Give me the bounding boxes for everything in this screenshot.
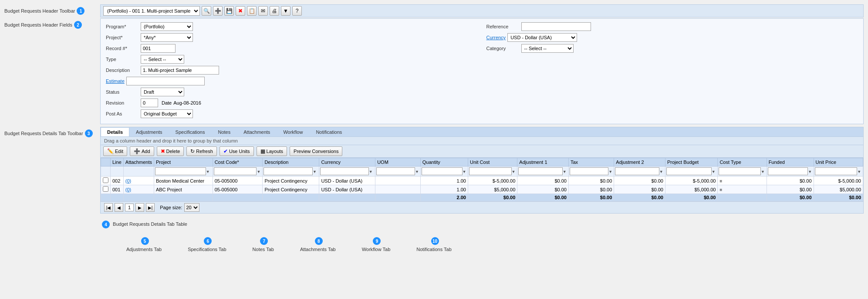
save-button[interactable]: 💾 [224,6,234,16]
tab-adjustments[interactable]: Adjustments [129,127,169,136]
current-page: 1 [125,204,134,211]
filter-currency-btn[interactable]: ▼ [369,170,373,174]
prev-page-button[interactable]: ◀ [115,203,123,212]
print-button[interactable]: 🖨 [270,6,279,16]
filter-currency[interactable] [320,167,368,175]
tab-notifications[interactable]: Notifications [309,127,348,136]
filter-cost-type[interactable] [719,167,760,175]
filter-project[interactable] [155,167,206,175]
col-cost-code: Cost Code* [213,158,263,166]
filter-unit-cost[interactable] [469,167,512,175]
cell-cost-type: ≡ [718,185,767,194]
next-page-button[interactable]: ▶ [135,203,144,212]
tab-notes[interactable]: Notes [211,127,237,136]
badge-8: 8 [315,237,323,245]
post-as-select[interactable]: Original Budget [141,109,193,118]
filter-tax-btn[interactable]: ▼ [608,170,612,174]
filter-description[interactable] [263,167,313,175]
description-input[interactable] [141,66,219,75]
program-select[interactable]: (Portfolio) [141,22,193,31]
edit-button[interactable]: ✏️ Edit [103,146,127,156]
filter-cost-type-btn[interactable]: ▼ [761,170,765,174]
cell-line: 001 [111,185,124,194]
filter-uom-btn[interactable]: ▼ [415,170,419,174]
date-value: Aug-08-2016 [173,100,201,105]
delete-button[interactable]: ✖ [236,6,245,16]
filter-funded[interactable] [768,167,808,175]
filter-adj2-btn[interactable]: ▼ [659,170,663,174]
badge-6: 6 [204,237,212,245]
add-button[interactable]: ➕ [213,6,223,16]
tab-attachments[interactable]: Attachments [237,127,277,136]
filter-adjustment2[interactable] [615,167,659,175]
attachments-link[interactable]: (0) [125,187,131,192]
preview-conversions-button[interactable]: Preview Conversions [290,146,342,156]
estimate-input[interactable] [126,77,205,85]
table-annotation-label: Budget Requests Details Tab Table [113,221,187,227]
record-input[interactable] [141,44,176,53]
col-check [101,158,111,166]
first-page-button[interactable]: |◀ [104,203,113,212]
category-select[interactable]: -- Select -- [521,44,574,53]
edit-label: Edit [115,149,123,154]
reference-input[interactable] [521,22,591,31]
last-page-button[interactable]: ▶| [146,203,155,212]
add-detail-button[interactable]: ➕ Add [130,146,154,156]
filter-uom[interactable] [376,167,415,175]
type-select[interactable]: -- Select -- [141,55,184,64]
row-checkbox[interactable] [103,186,108,192]
filter-quantity-btn[interactable]: ▼ [463,170,466,174]
use-units-button[interactable]: ✔ Use Units [220,146,254,156]
revision-input[interactable] [141,99,158,107]
page-size-select[interactable]: 20 [184,203,199,212]
search-button[interactable]: 🔍 [202,6,211,16]
filter-unit-price[interactable] [815,167,858,175]
filter-cost-code-btn[interactable]: ▼ [257,170,260,174]
filter-description-btn[interactable]: ▼ [313,170,317,174]
filter-funded-btn[interactable]: ▼ [808,170,812,174]
filter-project-btn[interactable]: ▼ [206,170,210,174]
project-select[interactable]: *Any* [141,33,193,42]
delete-detail-button[interactable]: ✖ Delete [157,146,184,156]
revision-label: Revision [106,100,141,105]
status-select[interactable]: Draft [141,88,184,96]
currency-select[interactable]: USD - Dollar (USA) [507,33,577,42]
portfolio-select[interactable]: (Portfolio) - 001 1. Multi-project Sampl… [103,6,200,16]
filter-quantity[interactable] [422,167,463,175]
cell-unit-price: $-5,000.00 [814,177,863,185]
table-row: 001 (0) ABC Project 05-005000 Project Co… [101,185,863,194]
tab-details[interactable]: Details [101,127,129,136]
email-button[interactable]: ✉ [258,6,268,16]
currency-link[interactable]: Currency [486,35,506,40]
filter-proj-budget-btn[interactable]: ▼ [712,170,716,174]
cell-currency: USD - Dollar (USA) [319,177,375,185]
row-checkbox[interactable] [103,177,108,183]
layouts-icon: ▦ [260,148,265,154]
filter-unit-cost-btn[interactable]: ▼ [512,170,516,174]
filter-tax[interactable] [570,167,608,175]
cell-project: ABC Project [154,185,213,194]
filter-adj1-btn[interactable]: ▼ [563,170,567,174]
tab-workflow[interactable]: Workflow [277,127,309,136]
cell-unit-cost: $5,000.00 [468,185,517,194]
filter-project-budget[interactable] [666,167,712,175]
copy-button[interactable]: 📋 [247,6,257,16]
filter-cost-code[interactable] [214,167,257,175]
cell-attachments: (0) [123,177,154,185]
edit-icon: ✏️ [107,148,114,154]
preview-conversions-label: Preview Conversions [294,149,338,154]
refresh-button[interactable]: ↻ Refresh [186,146,217,156]
filter-adjustment1[interactable] [518,167,562,175]
tab-specifications[interactable]: Specifications [169,127,212,136]
filter-unit-price-btn[interactable]: ▼ [857,170,861,174]
details-toolbar-badge: 3 [85,129,93,137]
cell-currency: USD - Dollar (USA) [319,185,375,194]
badge-10: 10 [431,237,439,245]
help-button[interactable]: ? [292,6,302,16]
estimate-link[interactable]: Estimate [106,78,125,84]
print-dropdown-button[interactable]: ▼ [281,6,290,16]
cell-attachments: (0) [123,185,154,194]
layouts-button[interactable]: ▦ Layouts [257,146,287,156]
type-label: Type [106,57,141,62]
attachments-link[interactable]: (0) [125,178,131,183]
